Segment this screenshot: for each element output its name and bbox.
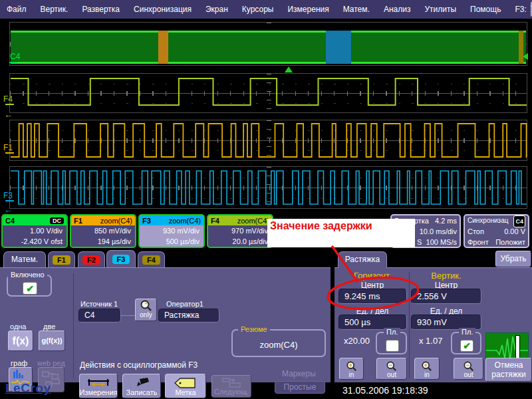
h-scale-value: x20.00 bbox=[344, 336, 370, 346]
menu-item-9[interactable]: Анализ bbox=[384, 5, 411, 14]
next-sequence-icon bbox=[221, 378, 241, 388]
descriptor-header: F3zoom(C4) bbox=[140, 215, 203, 225]
tab-f1[interactable]: F1 bbox=[48, 251, 75, 267]
tag-icon bbox=[174, 378, 197, 388]
menu-item-6[interactable]: Курсоры bbox=[242, 5, 274, 14]
tab-badge: F2 bbox=[82, 255, 100, 265]
enabled-group: Включено ✔ bbox=[7, 275, 52, 297]
descriptor-line2: 500 µs/div bbox=[140, 236, 203, 247]
tab-f3[interactable]: F3 bbox=[106, 250, 136, 267]
markers-label: Маркеры bbox=[282, 369, 316, 378]
zoom-in-icon bbox=[421, 361, 433, 372]
trigger-descriptor[interactable]: Синхронизац C4 Стоп 0.00 V Фронт Положит bbox=[464, 214, 529, 248]
tag-button[interactable]: Метка bbox=[165, 374, 206, 398]
descriptor-id: F3 bbox=[142, 217, 151, 225]
descriptor-line2: 20.0 µs/div bbox=[208, 236, 272, 247]
c4-highlight-blue bbox=[326, 31, 351, 64]
oscilloscope-screen: ФайлВертик.РазверткаСинхронизацияЭкранКу… bbox=[0, 0, 532, 399]
descriptor-title: zoom(C4) bbox=[237, 217, 269, 225]
markers-combobox[interactable]: Простые bbox=[275, 381, 325, 394]
source1-combobox[interactable]: C4 bbox=[78, 309, 121, 323]
only-zoom-button[interactable]: only bbox=[135, 299, 157, 321]
zoom-out-icon bbox=[386, 361, 398, 372]
tab-math[interactable]: Матем. bbox=[3, 251, 46, 267]
enabled-label: Включено bbox=[8, 271, 47, 279]
v-track-checkbox[interactable]: ✔ bbox=[460, 340, 473, 352]
h-track-group: Пл. ✔ bbox=[376, 332, 407, 354]
marker-pen-icon bbox=[133, 378, 150, 388]
trace-descriptor-f3[interactable]: F3zoom(C4)930 mV/div500 µs/div bbox=[138, 214, 205, 248]
descriptor-header: F1zoom(C4) bbox=[71, 215, 135, 225]
h-center-field[interactable]: 9.245 ms bbox=[338, 289, 407, 304]
menu-item-3[interactable]: Развертка bbox=[82, 5, 120, 14]
next-button[interactable]: Следующ. bbox=[211, 375, 251, 398]
descriptor-title: zoom(C4) bbox=[169, 217, 201, 225]
trace-label-f1: F1 bbox=[3, 143, 13, 152]
grid-f4 bbox=[9, 73, 527, 113]
menu-item-2[interactable]: Вертик. bbox=[41, 5, 68, 14]
trace-descriptor-f1[interactable]: F1zoom(C4)850 mV/div194 µs/div bbox=[70, 214, 136, 248]
menu-item-7[interactable]: Измерения bbox=[287, 5, 329, 14]
v-track-group: Пл. ✔ bbox=[451, 332, 481, 354]
tab-badge: F3 bbox=[112, 255, 130, 264]
one-function-label: одна bbox=[10, 323, 27, 331]
trigger-time-marker-icon[interactable] bbox=[285, 66, 293, 72]
lecroy-logo: LeCroy bbox=[5, 381, 51, 396]
tab-zoom[interactable]: Растяжка bbox=[338, 251, 387, 268]
v-zoom-out-button[interactable]: out bbox=[454, 358, 483, 380]
actions-label: Действия с осциллограммой F3 bbox=[80, 360, 198, 370]
operator1-label: Оператор1 bbox=[166, 300, 203, 308]
measure-button[interactable]: Измерения bbox=[79, 374, 118, 398]
single-function-button[interactable]: f(x) bbox=[8, 331, 33, 351]
v-center-field[interactable]: 2.556 V bbox=[411, 289, 481, 304]
tag-button-label: Метка bbox=[175, 388, 196, 396]
zoom-panel-body: Горизонт. Центр 9.245 ms Ед. / дел 500 µ… bbox=[334, 267, 532, 382]
summary-label: Резюме bbox=[238, 325, 270, 333]
h-track-checkbox[interactable]: ✔ bbox=[386, 340, 399, 352]
f4-zero-level-marker bbox=[5, 104, 14, 105]
dual-function-button[interactable]: g(f(x)) bbox=[39, 331, 65, 351]
h-zoom-in-button[interactable]: in bbox=[339, 358, 364, 380]
measure-icon bbox=[87, 378, 110, 388]
trigger-level-marker-icon[interactable] bbox=[523, 53, 528, 60]
record-button[interactable]: Записать bbox=[122, 374, 161, 398]
menu-item-1[interactable]: Файл bbox=[7, 5, 27, 14]
timebase-value: 4.2 ms bbox=[435, 215, 457, 226]
operator1-combobox[interactable]: Растяжка bbox=[158, 309, 219, 323]
v-scale-value: x 1.07 bbox=[419, 336, 442, 346]
descriptor-line1: 930 mV/div bbox=[140, 225, 203, 236]
menu-item-4[interactable]: Синхронизация bbox=[134, 5, 192, 14]
trace-descriptor-f4[interactable]: F4zoom(C4)970 mV/div20.0 µs/div bbox=[207, 214, 273, 248]
menu-item-11[interactable]: Помощь bbox=[470, 5, 501, 14]
descriptor-id: F1 bbox=[74, 217, 82, 225]
trigger-mode: Стоп bbox=[467, 226, 484, 237]
grid-f1 bbox=[9, 120, 527, 161]
timebase-rate: 100 MS/s bbox=[426, 237, 457, 247]
menu-item-5[interactable]: Экран bbox=[205, 5, 228, 14]
cancel-zoom-button[interactable]: Отмена растяжки bbox=[485, 358, 532, 382]
next-button-label: Следующ. bbox=[214, 388, 249, 396]
math-panel-body: Включено ✔ одна две f(x) g(f(x)) граф we… bbox=[0, 267, 331, 382]
menu-bar: ФайлВертик.РазверткаСинхронизацияЭкранКу… bbox=[0, 0, 532, 19]
f1-zero-level-marker bbox=[5, 152, 14, 154]
trigger-edge-label: Фронт bbox=[467, 237, 489, 247]
descriptor-header: C4DC bbox=[3, 215, 66, 225]
close-panel-button[interactable]: Убрать bbox=[495, 251, 531, 267]
c4-analog-band bbox=[11, 31, 526, 64]
v-zoom-in-button[interactable]: in bbox=[414, 358, 440, 380]
menu-item-10[interactable]: Утилиты bbox=[424, 5, 456, 14]
tab-f2[interactable]: F2 bbox=[78, 251, 105, 267]
f4-pan-arrow-icon: ← bbox=[4, 110, 13, 120]
v-zoom-out-label: out bbox=[464, 372, 473, 378]
measure-button-label: Измерения bbox=[79, 388, 117, 396]
enabled-checkbox[interactable]: ✔ bbox=[23, 282, 37, 295]
tab-badge: F1 bbox=[53, 255, 70, 265]
zoom-out-icon bbox=[463, 361, 475, 372]
trace-descriptor-c4[interactable]: C4DC1.00 V/div-2.420 V ofst bbox=[1, 214, 68, 248]
datetime-display: 31.05.2006 19:18:39 bbox=[342, 385, 428, 396]
vertical-section-title: Вертик. bbox=[411, 271, 481, 281]
tab-f4[interactable]: F4 bbox=[138, 251, 165, 267]
h-zoom-out-button[interactable]: out bbox=[376, 358, 407, 380]
menu-item-8[interactable]: Матем. bbox=[343, 5, 370, 14]
math-panel: Матем. F1F2F3F4 Включено ✔ одна две f(x)… bbox=[0, 250, 331, 382]
